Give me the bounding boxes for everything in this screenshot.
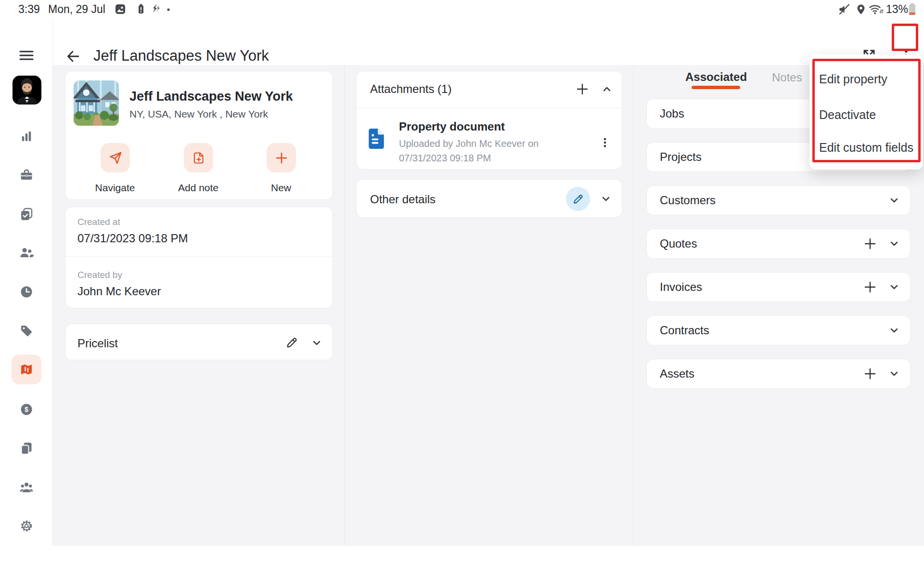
new-button[interactable] — [267, 143, 296, 172]
created-at-value: 07/31/2023 09:18 PM — [77, 232, 188, 245]
row-label: Projects — [660, 150, 702, 164]
column-divider-right — [633, 65, 634, 546]
created-at-label: Created at — [77, 217, 120, 227]
other-details-chevron-down-icon[interactable] — [600, 193, 612, 205]
property-summary-card: Jeff Landscapes New York NY, USA, New Yo… — [65, 71, 333, 200]
pricelist-card: Pricelist — [65, 324, 333, 360]
attachment-kebab-icon[interactable] — [599, 136, 611, 149]
sidebar-item-settings[interactable] — [19, 519, 34, 533]
sidebar-item-documents[interactable] — [19, 441, 34, 456]
wifi-icon — [869, 3, 884, 15]
hamburger-menu-icon[interactable] — [18, 47, 35, 64]
add-note-button[interactable] — [184, 143, 213, 172]
power-saving-notification-icon — [151, 3, 162, 14]
created-info-card: Created at 07/31/2023 09:18 PM Created b… — [65, 207, 333, 308]
add-note-label: Add note — [160, 182, 237, 194]
row-label: Invoices — [660, 280, 702, 294]
tab-active-underline — [692, 86, 740, 89]
battery-alert-notification-icon — [135, 3, 147, 14]
attachments-title: Attachments (1) — [370, 82, 451, 96]
navigate-label: Navigate — [77, 182, 154, 194]
attachment-name[interactable]: Property document — [399, 120, 505, 133]
sidebar-item-jobs[interactable] — [19, 168, 34, 183]
associated-row-customers[interactable]: Customers — [646, 185, 911, 215]
add-icon[interactable] — [863, 280, 877, 294]
column-divider-left — [345, 65, 345, 546]
edit-pricelist-pencil-icon[interactable] — [285, 336, 298, 349]
attachments-chevron-up-icon[interactable] — [601, 83, 613, 95]
add-note-icon — [192, 151, 205, 165]
sidebar-item-dashboard[interactable] — [19, 129, 34, 144]
android-navigation-bar: 29 — [0, 546, 924, 578]
created-by-value: John Mc Keever — [77, 285, 161, 298]
sidebar-item-payments[interactable]: $ — [19, 402, 34, 417]
navigate-icon — [109, 151, 122, 165]
page-title: Jeff Landscapes New York — [93, 47, 269, 65]
pricelist-chevron-down-icon[interactable] — [311, 337, 322, 349]
chevron-down-icon[interactable] — [888, 325, 900, 336]
sidebar-item-tasks[interactable] — [19, 207, 34, 222]
row-label: Quotes — [660, 237, 697, 250]
document-file-icon — [369, 129, 384, 149]
sidebar: $ — [0, 18, 53, 578]
chevron-down-icon[interactable] — [888, 368, 900, 380]
navigate-button[interactable] — [101, 143, 130, 172]
status-time: 3:39 — [18, 3, 40, 16]
sidebar-item-customers[interactable] — [19, 246, 34, 260]
tablet-screen: 3:39 Mon, 29 Jul 13% Jeff — [0, 0, 924, 578]
sidebar-item-teams[interactable] — [19, 481, 34, 495]
row-label: Jobs — [660, 107, 684, 120]
attachments-card: Attachments (1) Property document Upload… — [356, 71, 622, 170]
menu-item-edit-custom-fields[interactable]: Edit custom fields — [819, 141, 913, 155]
svg-text:$: $ — [25, 406, 28, 413]
associated-row-assets[interactable]: Assets — [646, 359, 911, 389]
menu-item-edit-property[interactable]: Edit property — [819, 72, 887, 86]
chevron-down-icon[interactable] — [888, 238, 900, 250]
plus-icon — [275, 151, 288, 165]
new-label: New — [243, 182, 320, 194]
menu-item-deactivate[interactable]: Deactivate — [819, 108, 876, 122]
other-details-title: Other details — [370, 193, 436, 206]
property-name: Jeff Landscapes New York — [129, 89, 293, 104]
android-status-bar: 3:39 Mon, 29 Jul 13% — [0, 0, 924, 18]
other-details-card: Other details — [356, 179, 622, 218]
battery-percent: 13% — [886, 3, 908, 16]
add-icon[interactable] — [863, 367, 877, 381]
back-button[interactable] — [65, 49, 81, 64]
property-photo — [74, 80, 119, 126]
associated-row-quotes[interactable]: Quotes — [646, 229, 911, 259]
associated-row-contracts[interactable]: Contracts — [646, 315, 911, 345]
more-notifications-dot — [167, 8, 170, 11]
card-divider — [357, 108, 622, 108]
battery-icon — [908, 2, 917, 16]
pencil-icon — [572, 193, 584, 205]
map-icon — [19, 362, 34, 377]
card-divider — [65, 256, 333, 257]
pricelist-label: Pricelist — [77, 337, 118, 350]
status-date: Mon, 29 Jul — [48, 3, 105, 16]
attachment-meta-line1: Uploaded by John Mc Keever on — [399, 138, 539, 149]
mute-icon — [838, 3, 850, 15]
tab-associated[interactable]: Associated — [685, 70, 747, 84]
gallery-notification-icon — [115, 3, 126, 15]
row-label: Customers — [660, 194, 716, 207]
tab-notes[interactable]: Notes — [772, 71, 802, 84]
sidebar-item-properties-active[interactable] — [12, 355, 41, 384]
app-header: Jeff Landscapes New York — [0, 18, 924, 65]
edit-other-details-button[interactable] — [566, 187, 590, 211]
attachment-meta-line2: 07/31/2023 09:18 PM — [399, 153, 491, 164]
location-icon — [855, 3, 867, 15]
add-icon[interactable] — [863, 237, 877, 250]
avatar[interactable] — [13, 76, 41, 105]
created-by-label: Created by — [77, 270, 122, 280]
row-label: Assets — [660, 367, 694, 381]
row-label: Contracts — [660, 324, 709, 337]
sidebar-item-pricing[interactable] — [19, 324, 34, 338]
context-menu: Edit property Deactivate Edit custom fie… — [809, 54, 923, 170]
chevron-down-icon[interactable] — [888, 195, 900, 206]
associated-row-invoices[interactable]: Invoices — [646, 272, 911, 302]
sidebar-item-timesheets[interactable] — [19, 285, 34, 299]
add-attachment-icon[interactable] — [576, 82, 589, 96]
chevron-down-icon[interactable] — [888, 281, 900, 293]
property-address: NY, USA, New York , New York — [129, 108, 268, 120]
